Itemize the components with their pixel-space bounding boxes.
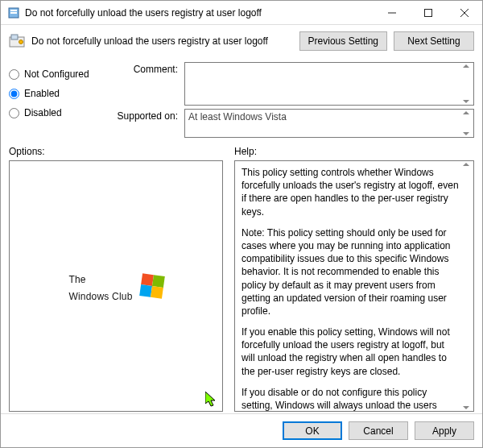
- scrollbar[interactable]: [460, 111, 472, 135]
- radio-not-configured[interactable]: Not Configured: [9, 68, 104, 80]
- radio-label: Enabled: [24, 88, 60, 99]
- ok-button[interactable]: OK: [283, 421, 342, 440]
- svg-rect-4: [424, 9, 431, 16]
- radio-disabled[interactable]: Disabled: [9, 107, 104, 118]
- logo-text: The Windows Club: [68, 269, 132, 303]
- supported-label: Supported on:: [112, 109, 178, 122]
- next-setting-button[interactable]: Next Setting: [394, 31, 474, 51]
- body: Not Configured Enabled Disabled Comment:: [1, 57, 482, 413]
- help-paragraph: Note: This policy setting should only be…: [242, 226, 459, 317]
- help-panel[interactable]: This policy setting controls whether Win…: [234, 160, 474, 412]
- help-paragraph: This policy setting controls whether Win…: [242, 166, 459, 218]
- titlebar[interactable]: Do not forcefully unload the users regis…: [1, 1, 482, 25]
- cancel-button[interactable]: Cancel: [349, 421, 408, 440]
- comment-textarea[interactable]: [184, 62, 474, 106]
- help-paragraph: If you enable this policy setting, Windo…: [242, 326, 459, 378]
- dialog-footer: OK Cancel Apply: [1, 413, 482, 447]
- window: Do not forcefully unload the users regis…: [0, 0, 483, 448]
- header-row: Do not forcefully unload the users regis…: [1, 25, 482, 57]
- radio-enabled[interactable]: Enabled: [9, 88, 104, 99]
- window-controls: [374, 1, 482, 24]
- previous-setting-button[interactable]: Previous Setting: [299, 31, 387, 51]
- radio-not-configured-input[interactable]: [9, 69, 19, 80]
- config-row: Not Configured Enabled Disabled Comment:: [9, 62, 474, 138]
- windows-flag-icon: [139, 273, 165, 299]
- svg-rect-1: [10, 10, 17, 11]
- comment-label: Comment:: [112, 62, 178, 75]
- section-labels: Options: Help:: [9, 146, 474, 157]
- svg-rect-8: [11, 35, 18, 39]
- supported-textarea: At least Windows Vista: [184, 109, 474, 138]
- maximize-button[interactable]: [410, 1, 446, 24]
- window-title: Do not forcefully unload the users regis…: [25, 7, 374, 19]
- close-button[interactable]: [446, 1, 482, 24]
- apply-button[interactable]: Apply: [415, 421, 474, 440]
- comment-row: Comment:: [112, 62, 474, 106]
- help-paragraph: If you disable or do not configure this …: [242, 386, 459, 412]
- options-panel: The Windows Club: [9, 160, 223, 412]
- svg-point-9: [19, 40, 23, 44]
- svg-rect-2: [10, 12, 17, 14]
- scrollbar[interactable]: [460, 64, 472, 103]
- state-radios: Not Configured Enabled Disabled: [9, 62, 104, 138]
- watermark-logo: The Windows Club: [68, 269, 163, 303]
- radio-label: Disabled: [24, 107, 62, 118]
- radio-enabled-input[interactable]: [9, 89, 19, 99]
- radio-label: Not Configured: [24, 68, 89, 80]
- supported-row: Supported on: At least Windows Vista: [112, 109, 474, 138]
- policy-large-icon: [9, 34, 25, 48]
- radio-disabled-input[interactable]: [9, 108, 19, 118]
- policy-name: Do not forcefully unload the users regis…: [31, 35, 293, 47]
- meta-column: Comment: Supported on: At least Windows …: [112, 62, 474, 138]
- help-label: Help:: [234, 146, 257, 157]
- supported-value: At least Windows Vista: [188, 111, 287, 122]
- panels: The Windows Club This policy setting con…: [9, 160, 474, 412]
- policy-icon: [7, 6, 20, 19]
- options-label: Options:: [9, 146, 223, 157]
- minimize-button[interactable]: [374, 1, 410, 24]
- scrollbar[interactable]: [460, 163, 472, 409]
